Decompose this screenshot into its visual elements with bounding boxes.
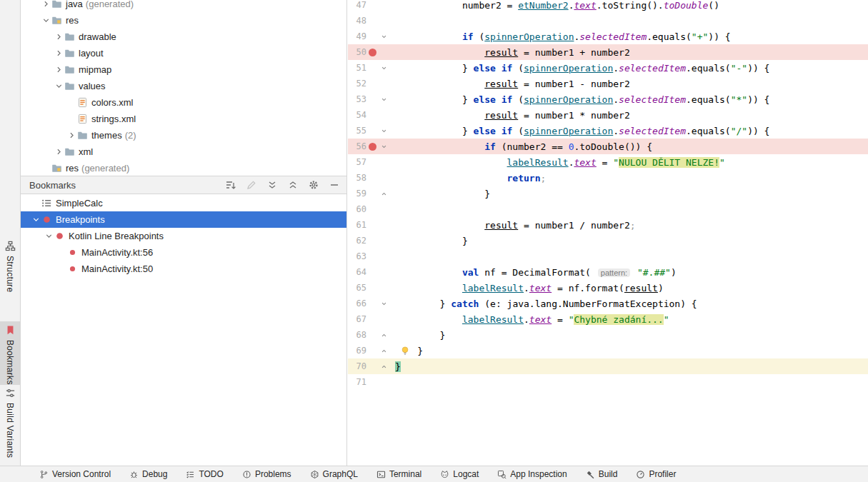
tree-item-strings-xml[interactable]: strings.xml (21, 111, 346, 127)
code-line[interactable]: return; (395, 173, 546, 184)
line-number[interactable]: 47 (348, 0, 366, 10)
breakpoint-gutter[interactable] (366, 49, 378, 56)
chevron-right-icon[interactable] (53, 146, 64, 158)
tree-item-kotlin-line-breakpoints[interactable]: Kotlin Line Breakpoints (21, 228, 346, 244)
editor-line-47[interactable]: 47 number2 = etNumber2.text.toString().t… (348, 0, 868, 13)
tree-item-res[interactable]: res (21, 12, 346, 29)
line-number[interactable]: 51 (348, 63, 366, 73)
editor-line-49[interactable]: 49 if (spinnerOperation.selectedItem.equ… (348, 29, 868, 44)
code-line[interactable]: } (395, 236, 468, 246)
statusbar-item-app-inspection[interactable]: App Inspection (488, 466, 576, 482)
chevron-down-icon[interactable] (40, 15, 51, 26)
line-number[interactable]: 63 (348, 251, 366, 261)
tree-item-breakpoints[interactable]: Breakpoints (21, 211, 346, 228)
editor-line-59[interactable]: 59 } (348, 186, 868, 201)
fold-up-icon[interactable] (378, 190, 389, 198)
code-line[interactable]: number2 = etNumber2.text.toString().toDo… (395, 0, 719, 11)
editor-line-48[interactable]: 48 (348, 13, 868, 29)
code-line[interactable]: result = number1 / number2; (395, 220, 636, 231)
chevron-down-icon[interactable] (30, 214, 41, 226)
chevron-down-icon[interactable] (53, 81, 64, 92)
line-number[interactable]: 57 (348, 157, 366, 167)
fold-down-icon[interactable] (378, 127, 389, 135)
statusbar-item-debug[interactable]: Debug (120, 466, 176, 482)
editor-line-61[interactable]: 61 result = number1 / number2; (348, 217, 868, 233)
code-line[interactable]: } else if (spinnerOperation.selectedItem… (395, 126, 769, 136)
fold-down-icon[interactable] (378, 64, 389, 72)
tree-item-mainactivity-kt-50[interactable]: MainActivity.kt:50 (21, 261, 346, 277)
code-line[interactable]: } catch (e: java.lang.NumberFormatExcept… (395, 298, 697, 309)
tree-item-java-generated[interactable]: java(generated) (21, 0, 346, 12)
editor-line-62[interactable]: 62 } (348, 233, 868, 248)
code-line[interactable]: labelResult.text = nf.format(result) (395, 283, 664, 293)
chevron-right-icon[interactable] (53, 48, 64, 59)
line-number[interactable]: 62 (348, 236, 366, 246)
fold-up-icon[interactable] (378, 331, 389, 339)
line-number[interactable]: 64 (348, 267, 366, 277)
editor-line-67[interactable]: 67 labelResult.text = "Chybné zadání..." (348, 311, 868, 327)
code-line[interactable]: val nf = DecimalFormat( pattern: "#.##") (395, 267, 677, 278)
line-number[interactable]: 55 (348, 126, 366, 136)
line-number[interactable]: 66 (348, 298, 366, 308)
statusbar-item-build[interactable]: Build (577, 466, 627, 482)
editor-line-57[interactable]: 57 labelResult.text = "NULOU DĚLIT NELZE… (348, 154, 868, 170)
intention-bulb-icon[interactable] (400, 346, 410, 356)
tree-item-values[interactable]: values (21, 78, 346, 94)
code-line[interactable]: } else if (spinnerOperation.selectedItem… (395, 63, 769, 74)
code-editor[interactable]: 47 number2 = etNumber2.text.toString().t… (348, 0, 868, 466)
statusbar-item-profiler[interactable]: Profiler (627, 466, 685, 482)
expand-all-icon[interactable] (266, 179, 278, 191)
line-number[interactable]: 52 (348, 79, 366, 89)
editor-line-56[interactable]: 56 if (number2 == 0.toDouble()) { (348, 139, 868, 154)
editor-line-55[interactable]: 55 } else if (spinnerOperation.selectedI… (348, 123, 868, 139)
tree-item-mipmap[interactable]: mipmap (21, 61, 346, 78)
breakpoint-icon[interactable] (369, 143, 376, 151)
editor-line-50[interactable]: 50 result = number1 + number2 (348, 44, 868, 60)
code-line[interactable]: result = number1 + number2 (395, 47, 630, 58)
line-number[interactable]: 49 (348, 31, 366, 41)
statusbar-item-todo[interactable]: TODO (176, 466, 232, 482)
line-number[interactable]: 53 (348, 94, 366, 104)
sort-icon[interactable] (225, 179, 236, 191)
code-line[interactable]: } (395, 189, 490, 199)
tree-item-res-generated[interactable]: res(generated) (21, 160, 346, 176)
stripe-tab-bookmarks[interactable]: Bookmarks (0, 321, 20, 385)
editor-line-71[interactable]: 71 (348, 374, 868, 390)
tree-item-drawable[interactable]: drawable (21, 29, 346, 45)
statusbar-item-version-control[interactable]: Version Control (30, 466, 120, 482)
tree-item-colors-xml[interactable]: colors.xml (21, 94, 346, 111)
editor-line-54[interactable]: 54 result = number1 * number2 (348, 107, 868, 123)
line-number[interactable]: 67 (348, 314, 366, 324)
chevron-right-icon[interactable] (53, 31, 64, 43)
line-number[interactable]: 59 (348, 189, 366, 199)
collapse-all-icon[interactable] (287, 179, 299, 191)
chevron-right-icon[interactable] (40, 0, 51, 10)
fold-up-icon[interactable] (378, 347, 389, 355)
fold-down-icon[interactable] (378, 143, 389, 151)
line-number[interactable]: 54 (348, 110, 366, 120)
editor-line-60[interactable]: 60 (348, 201, 868, 217)
code-line[interactable]: } (395, 361, 401, 372)
code-line[interactable]: if (spinnerOperation.selectedItem.equals… (395, 31, 731, 42)
line-number[interactable]: 48 (348, 16, 366, 26)
editor-line-66[interactable]: 66 } catch (e: java.lang.NumberFormatExc… (348, 296, 868, 311)
statusbar-item-terminal[interactable]: Terminal (367, 466, 431, 482)
editor-line-52[interactable]: 52 result = number1 - number2 (348, 76, 868, 91)
stripe-tab-structure[interactable]: Structure (0, 237, 20, 292)
fold-down-icon[interactable] (378, 300, 389, 308)
stripe-tab-build-variants[interactable]: Build Variants (0, 384, 20, 458)
statusbar-item-logcat[interactable]: Logcat (431, 466, 488, 482)
editor-line-58[interactable]: 58 return; (348, 170, 868, 186)
line-number[interactable]: 70 (348, 361, 366, 371)
chevron-right-icon[interactable] (53, 64, 64, 76)
code-line[interactable]: } else if (spinnerOperation.selectedItem… (395, 94, 769, 105)
tree-item-layout[interactable]: layout (21, 45, 346, 61)
editor-line-53[interactable]: 53 } else if (spinnerOperation.selectedI… (348, 91, 868, 107)
tree-item-xml[interactable]: xml (21, 144, 346, 160)
chevron-right-icon[interactable] (66, 130, 77, 141)
line-number[interactable]: 68 (348, 330, 366, 340)
line-number[interactable]: 50 (348, 47, 366, 57)
code-line[interactable]: if (number2 == 0.toDouble()) { (395, 141, 652, 152)
code-line[interactable]: result = number1 - number2 (395, 79, 630, 89)
editor-line-51[interactable]: 51 } else if (spinnerOperation.selectedI… (348, 60, 868, 76)
